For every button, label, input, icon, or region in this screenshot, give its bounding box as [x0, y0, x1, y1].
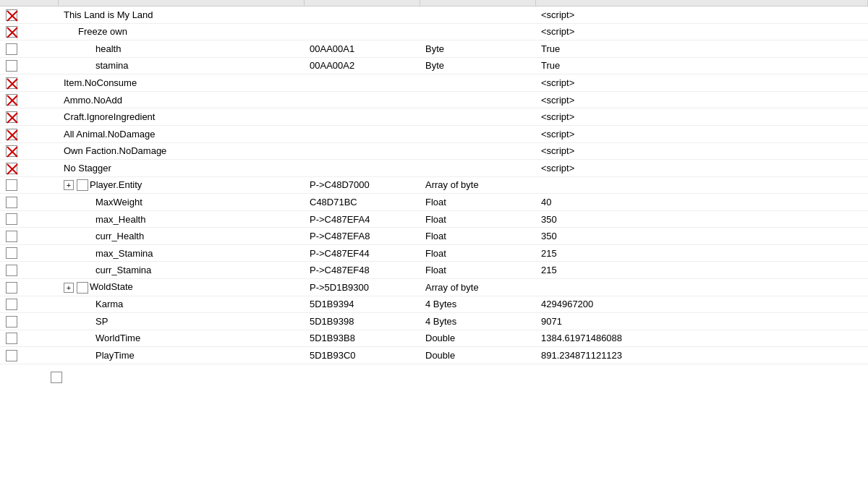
description-cell: SP — [58, 313, 304, 330]
table-row[interactable]: All Animal.NoDamage<script> — [0, 125, 868, 142]
expand-button[interactable]: + — [64, 283, 74, 293]
table-row[interactable]: stamina00AA00A2ByteTrue — [0, 57, 868, 74]
table-row[interactable]: health00AA00A1ByteTrue — [0, 40, 868, 58]
expand-button[interactable]: + — [64, 180, 74, 190]
table-row[interactable]: Karma5D1B93944 Bytes4294967200 — [0, 296, 868, 313]
header-description — [58, 0, 304, 7]
type-cell — [420, 74, 535, 92]
description-cell: Freeze own — [58, 23, 304, 40]
table-row[interactable]: This Land is My Land<script> — [0, 7, 868, 24]
active-cell[interactable] — [0, 108, 58, 126]
type-cell — [420, 108, 535, 126]
active-cell[interactable] — [0, 330, 58, 347]
description-text: Ammo.NoAdd — [64, 95, 122, 106]
active-cell[interactable] — [0, 262, 58, 279]
active-cell[interactable] — [0, 91, 58, 108]
checkbox[interactable] — [6, 299, 17, 310]
checkbox[interactable] — [6, 282, 17, 294]
active-cell[interactable] — [0, 228, 58, 245]
description-cell: Craft.IgnoreIngredient — [58, 108, 304, 126]
checkbox[interactable] — [6, 145, 17, 157]
description-text: curr_Health — [95, 231, 144, 241]
table-row[interactable]: max_StaminaP->C487EF44Float215 — [0, 244, 868, 262]
table-row[interactable]: Own Faction.NoDamage<script> — [0, 142, 868, 160]
checkbox[interactable] — [6, 179, 17, 191]
checkbox[interactable] — [6, 111, 17, 123]
description-text: Karma — [95, 299, 123, 309]
address-cell: P->C487EFA4 — [304, 210, 420, 228]
checkbox[interactable] — [6, 350, 17, 361]
active-cell[interactable] — [0, 7, 58, 24]
checkbox[interactable] — [6, 129, 17, 140]
address-cell: P->C487EF48 — [304, 262, 420, 279]
table-row[interactable]: +Player.EntityP->C48D7000Array of byte — [0, 176, 868, 194]
description-cell: PlayTime — [58, 347, 304, 364]
table-row[interactable]: PlayTime5D1B93C0Double891.234871121123 — [0, 347, 868, 364]
type-cell — [420, 142, 535, 160]
active-cell[interactable] — [0, 194, 58, 211]
checkbox[interactable] — [6, 213, 17, 225]
type-cell: Float — [420, 228, 535, 245]
active-cell[interactable] — [0, 313, 58, 330]
row-checkbox[interactable] — [77, 179, 88, 191]
value-cell: <script> — [535, 74, 868, 92]
type-cell — [420, 91, 535, 108]
checkbox[interactable] — [6, 9, 17, 21]
header-active — [0, 0, 58, 7]
description-cell: health — [58, 40, 304, 58]
table-row[interactable]: Item.NoConsume<script> — [0, 74, 868, 92]
table-row[interactable]: WorldTime5D1B93B8Double1384.61971486088 — [0, 330, 868, 347]
checkbox[interactable] — [6, 60, 17, 72]
active-cell[interactable] — [0, 40, 58, 58]
checkbox[interactable] — [6, 197, 17, 208]
active-cell[interactable] — [0, 23, 58, 40]
table-row[interactable]: Freeze own<script> — [0, 23, 868, 40]
table-row[interactable]: Craft.IgnoreIngredient<script> — [0, 108, 868, 126]
active-cell[interactable] — [0, 160, 58, 177]
description-cell: Karma — [58, 296, 304, 313]
table-row[interactable]: curr_StaminaP->C487EF48Float215 — [0, 262, 868, 279]
value-cell: <script> — [535, 91, 868, 108]
checkbox[interactable] — [6, 231, 17, 242]
table-row[interactable]: SP5D1B93984 Bytes9071 — [0, 313, 868, 330]
checkbox[interactable] — [6, 247, 17, 259]
checkbox[interactable] — [6, 333, 17, 344]
checkbox[interactable] — [6, 265, 17, 276]
type-cell — [420, 125, 535, 142]
active-cell[interactable] — [0, 210, 58, 228]
active-cell[interactable] — [0, 279, 58, 296]
value-cell: True — [535, 57, 868, 74]
description-text: Own Faction.NoDamage — [64, 145, 166, 156]
table-row[interactable]: Ammo.NoAdd<script> — [0, 91, 868, 108]
active-cell[interactable] — [0, 296, 58, 313]
checkbox[interactable] — [6, 77, 17, 89]
table-row[interactable]: No Stagger<script> — [0, 160, 868, 177]
active-cell[interactable] — [0, 176, 58, 194]
checkbox[interactable] — [6, 163, 17, 174]
active-cell[interactable] — [0, 125, 58, 142]
active-cell[interactable] — [0, 347, 58, 364]
active-cell[interactable] — [0, 74, 58, 92]
address-cell — [304, 160, 420, 177]
checkbox[interactable] — [6, 43, 17, 55]
active-cell[interactable] — [0, 244, 58, 262]
value-cell: 215 — [535, 244, 868, 262]
description-text: WoldState — [90, 281, 133, 292]
checkbox[interactable] — [6, 26, 17, 38]
checkbox[interactable] — [6, 316, 17, 328]
table-row[interactable]: curr_HealthP->C487EFA8Float350 — [0, 228, 868, 245]
table-row[interactable]: MaxWeightC48D71BCFloat40 — [0, 194, 868, 211]
bottom-checkbox[interactable] — [51, 372, 62, 383]
table-row[interactable]: +WoldStateP->5D1B9300Array of byte — [0, 279, 868, 296]
table-row[interactable]: max_HealthP->C487EFA4Float350 — [0, 210, 868, 228]
address-cell: 00AA00A2 — [304, 57, 420, 74]
active-cell[interactable] — [0, 142, 58, 160]
description-text: No Stagger — [64, 163, 111, 174]
active-cell[interactable] — [0, 57, 58, 74]
description-text: curr_Stamina — [95, 265, 151, 275]
row-checkbox[interactable] — [77, 282, 88, 294]
value-cell: <script> — [535, 142, 868, 160]
value-cell: 40 — [535, 194, 868, 211]
checkbox[interactable] — [6, 94, 17, 106]
description-cell: This Land is My Land — [58, 7, 304, 24]
